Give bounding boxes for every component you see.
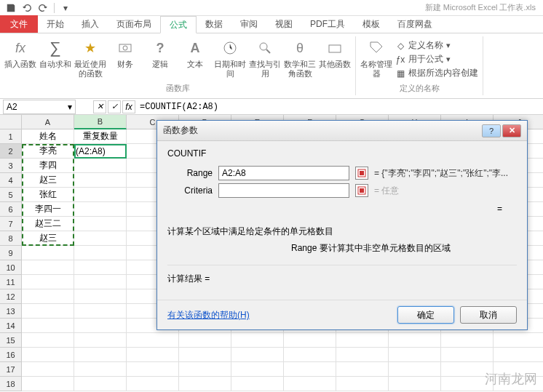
cell[interactable] xyxy=(441,377,494,391)
cell[interactable] xyxy=(231,333,284,348)
cell[interactable] xyxy=(22,275,74,289)
cell[interactable]: 姓名 xyxy=(22,129,74,144)
text-button[interactable]: A文本 xyxy=(179,36,211,81)
cell[interactable] xyxy=(22,246,74,260)
save-icon[interactable] xyxy=(4,1,17,15)
cell[interactable] xyxy=(74,275,127,289)
cell[interactable] xyxy=(22,289,74,304)
cell[interactable] xyxy=(336,333,389,348)
ok-button[interactable]: 确定 xyxy=(397,306,454,324)
cell[interactable]: 赵三二 xyxy=(22,217,74,231)
cell[interactable]: 李四 xyxy=(22,159,74,173)
row-header[interactable]: 12 xyxy=(0,289,22,304)
cell[interactable] xyxy=(231,362,284,377)
lookup-button[interactable]: 查找与引用 xyxy=(249,36,281,81)
cancel-icon[interactable]: ✕ xyxy=(93,100,106,113)
col-header[interactable]: B xyxy=(74,115,127,129)
cell[interactable] xyxy=(74,348,127,362)
col-header[interactable]: A xyxy=(22,115,74,129)
criteria-picker-icon[interactable] xyxy=(355,184,368,197)
math-button[interactable]: θ数学和三角函数 xyxy=(284,36,316,81)
cell[interactable]: 李亮 xyxy=(22,144,74,159)
redo-icon[interactable] xyxy=(36,1,49,15)
range-picker-icon[interactable] xyxy=(355,167,368,180)
cell[interactable] xyxy=(441,348,494,362)
row-header[interactable]: 11 xyxy=(0,275,22,289)
enter-icon[interactable]: ✓ xyxy=(108,100,121,113)
cell[interactable] xyxy=(494,377,543,391)
cell[interactable] xyxy=(231,377,284,391)
cell[interactable] xyxy=(179,377,231,391)
row-header[interactable]: 6 xyxy=(0,202,22,217)
cell[interactable] xyxy=(441,333,494,348)
dialog-titlebar[interactable]: 函数参数 ? ✕ xyxy=(157,121,527,141)
cell[interactable] xyxy=(22,319,74,333)
tab-data[interactable]: 数据 xyxy=(197,15,231,33)
cell[interactable] xyxy=(22,260,74,275)
row-header[interactable]: 14 xyxy=(0,319,22,333)
range-input[interactable] xyxy=(218,166,349,180)
row-header[interactable]: 15 xyxy=(0,333,22,348)
cell[interactable] xyxy=(22,377,74,391)
cell[interactable] xyxy=(494,362,543,377)
tab-formulas[interactable]: 公式 xyxy=(160,16,197,33)
help-link[interactable]: 有关该函数的帮助(H) xyxy=(167,309,250,321)
cell[interactable] xyxy=(389,333,441,348)
tab-layout[interactable]: 页面布局 xyxy=(108,15,160,33)
row-header[interactable]: 1 xyxy=(0,129,22,144)
select-all-corner[interactable] xyxy=(0,115,22,129)
cell[interactable] xyxy=(22,304,74,319)
recent-button[interactable]: ★最近使用的函数 xyxy=(74,36,106,81)
close-icon[interactable]: ✕ xyxy=(502,124,521,137)
cell[interactable] xyxy=(74,231,127,246)
create-from-sel-button[interactable]: ▦根据所选内容创建 xyxy=(395,67,478,79)
row-header[interactable]: 16 xyxy=(0,348,22,362)
tab-insert[interactable]: 插入 xyxy=(73,15,108,33)
row-header[interactable]: 13 xyxy=(0,304,22,319)
undo-icon[interactable] xyxy=(20,1,33,15)
cell[interactable] xyxy=(494,348,543,362)
cell[interactable] xyxy=(74,217,127,231)
cell[interactable] xyxy=(74,202,127,217)
cell[interactable] xyxy=(74,246,127,260)
cell[interactable] xyxy=(127,348,179,362)
cell[interactable] xyxy=(336,362,389,377)
cell[interactable] xyxy=(74,188,127,202)
cell[interactable] xyxy=(284,377,336,391)
tab-review[interactable]: 审阅 xyxy=(231,15,266,33)
name-box[interactable]: A2▾ xyxy=(3,100,76,114)
cell[interactable] xyxy=(127,377,179,391)
cell[interactable] xyxy=(179,333,231,348)
cell[interactable] xyxy=(389,362,441,377)
cancel-button[interactable]: 取消 xyxy=(460,306,517,324)
row-header[interactable]: 3 xyxy=(0,159,22,173)
cell[interactable] xyxy=(389,348,441,362)
tab-home[interactable]: 开始 xyxy=(38,15,73,33)
insert-function-button[interactable]: fx插入函数 xyxy=(4,36,36,81)
cell[interactable] xyxy=(494,333,543,348)
row-header[interactable]: 5 xyxy=(0,188,22,202)
tab-view[interactable]: 视图 xyxy=(266,15,301,33)
cell[interactable] xyxy=(74,362,127,377)
cell[interactable] xyxy=(127,362,179,377)
cell[interactable] xyxy=(74,304,127,319)
cell[interactable] xyxy=(74,377,127,391)
cell[interactable] xyxy=(179,348,231,362)
cell[interactable] xyxy=(284,362,336,377)
tab-templates[interactable]: 模板 xyxy=(354,15,389,33)
row-header[interactable]: 2 xyxy=(0,144,22,159)
row-header[interactable]: 9 xyxy=(0,246,22,260)
datetime-button[interactable]: 日期和时间 xyxy=(214,36,246,81)
tab-baidu[interactable]: 百度网盘 xyxy=(389,15,441,33)
cell[interactable] xyxy=(74,159,127,173)
cell[interactable] xyxy=(74,173,127,188)
formula-input[interactable] xyxy=(137,102,355,112)
cell[interactable]: 重复数量 xyxy=(74,129,127,144)
cell[interactable] xyxy=(336,348,389,362)
cell[interactable] xyxy=(74,289,127,304)
cell[interactable]: (A2:A8) xyxy=(74,144,127,159)
row-header[interactable]: 17 xyxy=(0,362,22,377)
row-header[interactable]: 8 xyxy=(0,231,22,246)
cell[interactable] xyxy=(441,362,494,377)
cell[interactable] xyxy=(231,348,284,362)
